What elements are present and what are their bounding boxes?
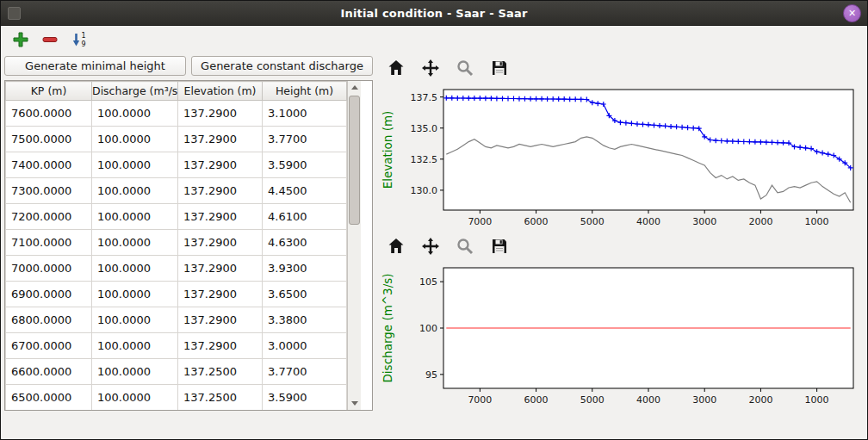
y-tick-label: 135.0 [411, 123, 438, 134]
close-button[interactable]: ✕ [843, 4, 861, 22]
initial-condition-panel: Generate minimal height Generate constan… [4, 55, 373, 436]
x-tick-label: 2000 [748, 394, 772, 406]
zoom-button[interactable] [454, 237, 476, 259]
scroll-up-button[interactable] [348, 81, 362, 94]
table-cell[interactable]: 4.6100 [263, 204, 347, 230]
x-tick-label: 6000 [524, 216, 549, 227]
table-cell[interactable]: 7200.0000 [6, 204, 92, 230]
add-row-button[interactable] [9, 29, 32, 52]
table-cell[interactable]: 100.0000 [92, 127, 178, 152]
table-cell[interactable]: 3.7700 [263, 359, 347, 385]
save-button[interactable] [488, 237, 511, 259]
remove-row-button[interactable] [39, 29, 61, 52]
table-cell[interactable]: 100.0000 [92, 333, 178, 359]
table-cell[interactable]: 137.2900 [178, 307, 263, 333]
table-cell[interactable]: 137.2900 [178, 127, 263, 152]
table-cell[interactable]: 100.0000 [92, 359, 178, 385]
table-cell[interactable]: 6600.0000 [6, 359, 92, 385]
table-cell[interactable]: 3.6500 [263, 282, 347, 307]
column-header-1[interactable]: Discharge (m³/s) [92, 82, 178, 101]
column-header-3[interactable]: Height (m) [263, 82, 347, 101]
table-row: 6500.0000100.0000137.25003.5900 [6, 385, 347, 411]
save-button[interactable] [488, 59, 511, 81]
pan-button[interactable] [419, 237, 442, 259]
home-button[interactable] [385, 237, 407, 259]
table-cell[interactable]: 7100.0000 [6, 230, 92, 256]
table-cell[interactable]: 7500.0000 [6, 127, 92, 152]
home-icon [386, 236, 406, 259]
main-toolbar: 1 9 [1, 26, 867, 55]
sort-rows-button[interactable]: 1 9 [68, 29, 90, 52]
table-cell[interactable]: 100.0000 [92, 282, 178, 307]
generate-minimal-height-button[interactable]: Generate minimal height [4, 56, 186, 76]
table-cell[interactable]: 7600.0000 [6, 101, 92, 127]
table-cell[interactable]: 3.5900 [263, 152, 347, 178]
table-cell[interactable]: 137.2900 [178, 152, 263, 178]
table-row: 6600.0000100.0000137.25003.7700 [6, 359, 347, 385]
table-cell[interactable]: 100.0000 [92, 178, 178, 204]
x-tick-label: 7000 [468, 216, 492, 227]
scrollbar-thumb[interactable] [349, 96, 360, 225]
table-cell[interactable]: 137.2900 [178, 256, 263, 282]
table-cell[interactable]: 3.3800 [263, 307, 347, 333]
table-cell[interactable]: 7300.0000 [6, 178, 92, 204]
table-cell[interactable]: 6700.0000 [6, 333, 92, 359]
discharge-plot-toolbar [380, 233, 864, 262]
table-cell[interactable]: 137.2900 [178, 178, 263, 204]
table-cell[interactable]: 7400.0000 [6, 152, 92, 178]
table-cell[interactable]: 100.0000 [92, 101, 178, 127]
table-cell[interactable]: 3.9300 [263, 256, 347, 282]
table-cell[interactable]: 6900.0000 [6, 282, 92, 307]
table-row: 6800.0000100.0000137.29003.3800 [6, 307, 347, 333]
save-icon [489, 58, 510, 81]
table-cell[interactable]: 137.2900 [178, 204, 263, 230]
table-row: 7100.0000100.0000137.29004.6300 [6, 230, 347, 256]
table-row: 7200.0000100.0000137.29004.6100 [6, 204, 347, 230]
table-cell[interactable]: 4.4500 [263, 178, 347, 204]
table-cell[interactable]: 6500.0000 [6, 385, 92, 411]
table-vertical-scrollbar[interactable] [347, 81, 361, 410]
generate-buttons-row: Generate minimal height Generate constan… [4, 56, 373, 76]
arrow-down-icon [351, 401, 358, 406]
content-area: Generate minimal height Generate constan… [1, 55, 867, 439]
table-cell[interactable]: 100.0000 [92, 204, 178, 230]
x-tick-label: 7000 [468, 394, 492, 406]
scroll-down-button[interactable] [348, 397, 362, 410]
table-cell[interactable]: 137.2900 [178, 333, 263, 359]
table-cell[interactable]: 3.0000 [263, 333, 347, 359]
table-cell[interactable]: 137.2900 [178, 101, 263, 127]
table-cell[interactable]: 100.0000 [92, 230, 178, 256]
elevation-plot[interactable]: 7000600050004000300020001000130.0132.513… [380, 84, 862, 233]
table-cell[interactable]: 100.0000 [92, 385, 178, 411]
pan-button[interactable] [419, 59, 442, 81]
scrollbar-track[interactable] [348, 94, 362, 397]
y-tick-label: 137.5 [411, 92, 438, 103]
table-cell[interactable]: 7000.0000 [6, 256, 92, 282]
table-cell[interactable]: 100.0000 [92, 307, 178, 333]
table-cell[interactable]: 3.7700 [263, 127, 347, 152]
window-icon [8, 7, 21, 20]
home-button[interactable] [385, 59, 407, 81]
generate-constant-discharge-button[interactable]: Generate constant discharge [191, 56, 373, 76]
plot-area[interactable] [443, 90, 853, 210]
table-cell[interactable]: 137.2500 [178, 385, 263, 411]
x-tick-label: 6000 [524, 394, 549, 406]
zoom-button[interactable] [454, 59, 476, 81]
elevation-plot-toolbar [380, 55, 864, 84]
table-cell[interactable]: 3.1000 [263, 101, 347, 127]
table-cell[interactable]: 100.0000 [92, 256, 178, 282]
table-cell[interactable]: 137.2900 [178, 230, 263, 256]
column-header-2[interactable]: Elevation (m) [178, 82, 263, 101]
add-icon [12, 31, 29, 51]
table-cell[interactable]: 6800.0000 [6, 307, 92, 333]
titlebar[interactable]: Initial condition - Saar - Saar ✕ [1, 1, 867, 26]
table-cell[interactable]: 3.5900 [263, 385, 347, 411]
table-cell[interactable]: 137.2900 [178, 282, 263, 307]
column-header-0[interactable]: KP (m) [6, 82, 92, 101]
table-cell[interactable]: 100.0000 [92, 152, 178, 178]
table-cell[interactable]: 4.6300 [263, 230, 347, 256]
table-cell[interactable]: 137.2500 [178, 359, 263, 385]
svg-text:1: 1 [82, 32, 86, 40]
discharge-plot[interactable]: 700060005000400030002000100095100105Disc… [380, 262, 862, 412]
sort-ascending-icon: 1 9 [71, 31, 88, 51]
